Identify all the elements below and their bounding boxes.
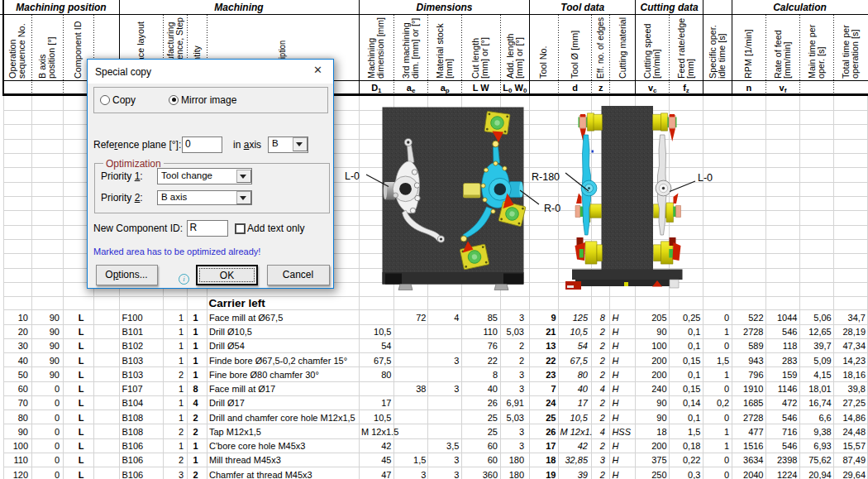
svg-text:Eff. no. of edges: Eff. no. of edges xyxy=(595,17,605,79)
svg-text:12,65: 12,65 xyxy=(808,327,832,337)
svg-text:2: 2 xyxy=(599,441,605,451)
svg-text:Finde bore Ø67,5-0,2 chamfer 1: Finde bore Ø67,5-0,2 chamfer 15° xyxy=(209,356,347,366)
svg-text:L: L xyxy=(79,341,84,351)
svg-text:B106: B106 xyxy=(122,455,144,465)
svg-text:472: 472 xyxy=(782,398,797,408)
svg-text:205: 205 xyxy=(651,313,666,323)
svg-text:39,8: 39,8 xyxy=(848,384,866,394)
svg-text:6,93: 6,93 xyxy=(813,441,831,451)
svg-text:4: 4 xyxy=(193,398,198,408)
svg-text:18: 18 xyxy=(546,455,556,465)
svg-text:5,03: 5,03 xyxy=(507,327,524,337)
svg-text:Cutting material: Cutting material xyxy=(618,17,627,79)
svg-text:2: 2 xyxy=(519,341,524,351)
svg-text:5,03: 5,03 xyxy=(507,413,524,423)
svg-text:1146: 1146 xyxy=(778,384,798,394)
svg-text:RPM [1/min]: RPM [1/min] xyxy=(743,30,753,79)
svg-text:250: 250 xyxy=(651,470,666,479)
svg-text:22: 22 xyxy=(488,356,498,366)
svg-text:25: 25 xyxy=(488,413,498,423)
svg-text:1: 1 xyxy=(193,313,198,323)
svg-text:3: 3 xyxy=(454,455,459,465)
svg-text:dim. [mm] or [°]: dim. [mm] or [°] xyxy=(410,18,420,79)
svg-text:L-0: L-0 xyxy=(698,172,713,184)
svg-text:3: 3 xyxy=(600,455,606,465)
svg-text:L: L xyxy=(79,356,84,366)
svg-text:8: 8 xyxy=(600,313,606,323)
svg-text:B108: B108 xyxy=(122,427,144,437)
svg-text:0,1: 0,1 xyxy=(688,327,700,337)
svg-text:27,25: 27,25 xyxy=(842,398,866,408)
svg-text:40: 40 xyxy=(488,384,498,394)
svg-text:0,1: 0,1 xyxy=(688,341,700,351)
svg-text:522: 522 xyxy=(748,313,763,323)
svg-text:0: 0 xyxy=(55,427,60,437)
svg-text:3: 3 xyxy=(454,356,459,366)
svg-text:20: 20 xyxy=(18,327,28,337)
svg-text:1: 1 xyxy=(193,341,198,351)
svg-text:3: 3 xyxy=(454,470,459,479)
svg-text:[mm/min]: [mm/min] xyxy=(782,42,792,79)
svg-text:0,1: 0,1 xyxy=(688,370,700,380)
svg-text:23: 23 xyxy=(546,370,556,380)
svg-text:14,23: 14,23 xyxy=(842,356,866,366)
svg-text:26: 26 xyxy=(546,427,556,437)
svg-text:3: 3 xyxy=(519,313,524,323)
svg-text:Machining position: Machining position xyxy=(16,2,106,13)
svg-text:L: L xyxy=(79,384,84,394)
svg-text:180: 180 xyxy=(509,455,524,465)
svg-text:1: 1 xyxy=(724,370,729,380)
svg-text:60: 60 xyxy=(488,455,498,465)
svg-text:0,22: 0,22 xyxy=(683,455,700,465)
svg-text:Drill Ø10,5: Drill Ø10,5 xyxy=(209,327,252,337)
svg-text:Mill thread M45x3: Mill thread M45x3 xyxy=(209,455,281,465)
svg-text:9: 9 xyxy=(551,313,556,323)
svg-text:72: 72 xyxy=(416,313,426,323)
svg-text:Calculation: Calculation xyxy=(773,2,827,13)
svg-text:24: 24 xyxy=(546,398,556,408)
svg-text:idle time [s]: idle time [s] xyxy=(717,33,727,79)
svg-text:4,15: 4,15 xyxy=(813,370,831,380)
svg-text:2: 2 xyxy=(179,427,184,437)
svg-text:L: L xyxy=(79,370,84,380)
svg-text:0,3: 0,3 xyxy=(688,470,700,479)
svg-text:8: 8 xyxy=(493,370,498,380)
svg-text:30: 30 xyxy=(18,341,28,351)
svg-text:2: 2 xyxy=(599,327,605,337)
svg-text:M 12x1.5: M 12x1.5 xyxy=(361,427,398,437)
svg-text:546: 546 xyxy=(782,327,797,337)
svg-text:54: 54 xyxy=(381,341,391,351)
svg-text:H: H xyxy=(612,384,618,394)
svg-text:6,6: 6,6 xyxy=(818,413,831,423)
svg-text:H: H xyxy=(612,356,618,366)
svg-text:L W: L W xyxy=(473,83,490,93)
svg-text:Machining: Machining xyxy=(214,2,264,13)
svg-text:1: 1 xyxy=(179,398,184,408)
svg-text:H: H xyxy=(612,441,618,451)
svg-text:sequence No.: sequence No. xyxy=(17,23,26,79)
svg-text:3: 3 xyxy=(519,441,524,451)
svg-text:H: H xyxy=(612,455,618,465)
svg-text:1: 1 xyxy=(179,384,184,394)
svg-text:0: 0 xyxy=(55,455,60,465)
svg-text:Dimensions: Dimensions xyxy=(416,2,472,13)
svg-text:B108: B108 xyxy=(122,413,144,423)
svg-text:118: 118 xyxy=(783,341,798,351)
svg-text:4: 4 xyxy=(454,313,459,323)
svg-text:4: 4 xyxy=(600,384,605,394)
svg-text:796: 796 xyxy=(748,370,763,380)
svg-text:[mm]: [mm] xyxy=(685,59,695,79)
svg-text:18,01: 18,01 xyxy=(808,384,832,394)
svg-text:0: 0 xyxy=(55,413,60,423)
svg-text:0: 0 xyxy=(724,413,729,423)
svg-text:13: 13 xyxy=(546,341,556,351)
svg-text:1: 1 xyxy=(179,313,184,323)
svg-text:87,49: 87,49 xyxy=(842,455,866,465)
svg-text:29,64: 29,64 xyxy=(842,470,866,479)
svg-text:60: 60 xyxy=(18,384,28,394)
svg-text:1: 1 xyxy=(193,455,198,465)
svg-text:Fine bore Ø80 chamfer 30°: Fine bore Ø80 chamfer 30° xyxy=(209,370,319,380)
svg-text:1: 1 xyxy=(193,370,198,380)
svg-text:40: 40 xyxy=(18,356,28,366)
svg-text:1: 1 xyxy=(193,327,198,337)
